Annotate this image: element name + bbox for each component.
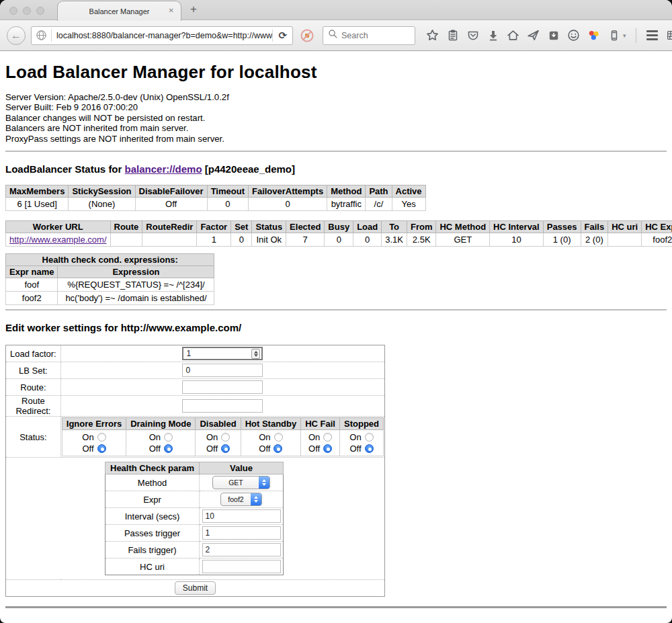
expr-select[interactable]: foof2 [220,493,262,506]
keyboard-grid-icon[interactable] [666,29,672,42]
menu-hamburger-icon[interactable] [646,29,659,42]
interval-input[interactable] [202,509,281,523]
method-select[interactable]: GET [212,476,270,489]
pocket-icon[interactable] [466,29,479,42]
form-row-load-factor: Load factor: [6,345,385,362]
hc-fail-on-radio[interactable] [323,433,332,442]
download-box-icon[interactable] [547,29,560,42]
form-row-submit: Submit [6,580,385,597]
hc-uri-input[interactable] [202,560,281,573]
draining-mode-on-radio[interactable] [164,433,173,442]
route-redirect-label: Route Redirect: [6,396,61,417]
off-label: Off [206,444,218,454]
worker-url-link[interactable]: http://www.example.com/ [9,235,107,245]
hot-standby-off-radio[interactable] [274,444,282,453]
fails-input[interactable] [202,543,281,556]
hc-row-passes: Passes trigger [106,525,284,542]
colored-dots-icon[interactable] [587,29,600,42]
tab-balancer-manager[interactable]: Balancer Manager ✕ [57,1,181,21]
window-controls[interactable] [9,7,44,15]
heading-prefix: LoadBalancer Status for [5,163,125,175]
browser-window: Balancer Manager ✕ + ← localhost:8880/ba… [0,0,672,623]
select-arrows-icon [251,493,261,505]
device-battery-icon[interactable] [607,29,620,42]
col-set: Set [231,221,252,233]
divider [5,151,667,152]
balancer-demo-link[interactable]: balancer://demo [125,163,202,175]
col-stopped: Stopped [340,418,384,430]
cell-hc-uri [608,233,642,247]
form-row-lb-set: LB Set: [6,362,385,379]
draining-mode-off-radio[interactable] [164,444,173,453]
lb-set-label: LB Set: [6,362,61,379]
search-input[interactable] [341,31,410,40]
status-label: Status: [6,417,61,458]
passes-label: Passes trigger [106,525,200,542]
hc-row-hc-uri: HC uri [106,558,284,575]
disabled-on-radio[interactable] [221,433,230,442]
downloads-arrow-icon[interactable] [487,29,499,42]
col-method: Method [327,185,366,198]
form-row-route-redirect: Route Redirect: [6,396,385,417]
zoom-window-button[interactable] [36,7,44,15]
submit-button[interactable]: Submit [175,581,216,595]
cell-set: 0 [231,233,252,247]
cell-maxmembers: 6 [1 Used] [6,198,69,211]
toolbar-icons: ▾ [426,28,672,43]
reload-icon[interactable]: ⟳ [273,30,292,42]
chevron-down-icon[interactable]: ▾ [623,32,626,39]
col-path: Path [366,185,392,198]
lb-set-input[interactable] [182,364,263,377]
route-label: Route: [6,379,61,396]
reading-list-icon[interactable] [446,29,459,42]
feedback-smiley-icon[interactable] [567,29,580,42]
col-status: Status [252,221,286,233]
route-input[interactable] [182,380,263,394]
notice-proxypass: ProxyPass settings are NOT inherited fro… [5,134,667,144]
stopped-off-radio[interactable] [365,444,374,453]
route-redirect-input[interactable] [182,399,263,413]
hc-fail-off-radio[interactable] [323,444,332,453]
ignore-errors-off-radio[interactable] [97,444,106,453]
content-blocked-icon[interactable] [300,28,314,43]
load-factor-label: Load factor: [6,345,61,362]
cell-fails: 2 (0) [581,233,608,247]
close-window-button[interactable] [9,7,17,15]
stopped-on-radio[interactable] [365,433,374,442]
bookmark-star-icon[interactable] [426,29,439,42]
url-bar[interactable]: localhost:8880/balancer-manager?b=demo&w… [31,26,293,45]
home-icon[interactable] [507,29,519,42]
col-disablefailover: DisableFailover [135,185,207,198]
col-from: From [407,221,436,233]
number-stepper-icon[interactable] [251,349,260,359]
col-factor: Factor [197,221,231,233]
tab-close-icon[interactable]: ✕ [169,7,174,15]
expr-select-value: foof2 [221,493,251,505]
disabled-off-radio[interactable] [221,444,230,453]
ignore-errors-on-radio[interactable] [97,433,106,442]
on-label: On [206,432,218,442]
tab-bar: Balancer Manager ✕ + [0,0,672,20]
cell-status: Init Ok [252,233,286,247]
col-load: Load [353,221,382,233]
toolbar-divider [636,28,636,43]
minimize-window-button[interactable] [23,7,31,15]
search-bar[interactable] [323,26,415,45]
cell-hc-interval: 10 [490,233,544,247]
tab-title: Balancer Manager [89,7,150,15]
new-tab-button[interactable]: + [190,3,197,16]
back-button[interactable]: ← [7,26,26,45]
col-hot-standby: Hot Standby [241,418,301,430]
url-input[interactable]: localhost:8880/balancer-manager?b=demo&w… [52,31,272,40]
col-to: To [382,221,407,233]
notice-persist: Balancer changes will NOT be persisted o… [5,113,667,123]
load-factor-input[interactable] [182,347,263,360]
divider [5,309,667,310]
cell-method: bytraffic [327,198,366,211]
cell-expr-name: foof [6,278,58,292]
hot-standby-on-radio[interactable] [274,433,283,442]
send-plane-icon[interactable] [527,29,540,42]
col-worker-url: Worker URL [6,221,111,233]
passes-input[interactable] [202,526,281,540]
status-table: Ignore Errors Draining Mode Disabled Hot… [62,417,384,456]
